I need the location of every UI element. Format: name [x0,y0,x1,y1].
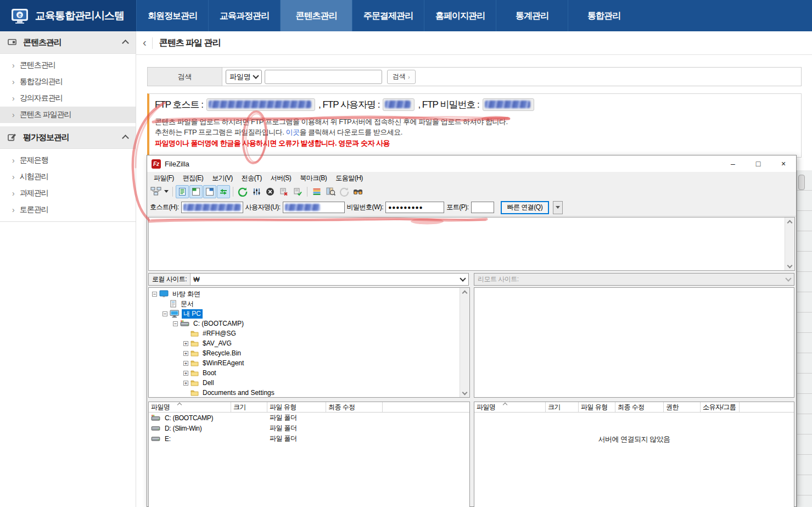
collapse-icon[interactable]: − [173,321,178,326]
disconnect-icon[interactable] [277,185,290,198]
chevron-down-icon[interactable] [460,275,466,281]
tree-item[interactable]: +$Recycle.Bin [150,348,469,358]
column-header[interactable]: 파일 유형 [579,402,615,412]
nav-item[interactable]: 교육과정관리 [208,0,280,31]
tree-item[interactable]: −내 PC [150,309,469,319]
column-header[interactable]: 파일명 [474,402,546,412]
ftp-pass-label: , FTP 비밀번호 : [418,98,479,111]
username-input[interactable] [283,202,345,213]
refresh-icon[interactable] [236,185,249,198]
sidebar-section-header[interactable]: 평가정보관리 [0,126,136,149]
scroll-down-icon[interactable] [461,389,469,397]
process-queue-icon[interactable] [250,185,263,198]
maximize-button[interactable]: □ [746,155,771,172]
back-chevron-icon[interactable]: ‹ [143,36,147,49]
sidebar-item[interactable]: ›콘텐츠 파일관리 [0,107,136,123]
collapse-icon[interactable]: − [163,311,167,316]
nav-item[interactable]: 홈페이지관리 [424,0,496,31]
search-button[interactable]: 검색› [387,70,416,84]
search-input[interactable] [265,70,382,84]
expand-icon[interactable]: + [183,371,188,376]
tree-item[interactable]: −#RFH@SG [150,328,469,338]
log-scrollbar[interactable] [785,218,794,270]
column-header[interactable]: 파일 유형 [267,402,326,412]
tree-item[interactable]: −C: (BOOTCAMP) [150,319,469,328]
nav-item[interactable]: 주문결제관리 [352,0,424,31]
site-manager-dropdown-icon[interactable] [163,185,170,198]
column-header[interactable]: 크기 [231,402,267,412]
sidebar-section-header[interactable]: 콘텐츠관리 [0,31,136,54]
quickconnect-button[interactable]: 빠른 연결(Q) [501,201,550,214]
menu-item[interactable]: 편집(E) [178,174,208,183]
sidebar-item[interactable]: ›통합강의관리 [0,74,136,90]
tree-item[interactable]: +Boot [150,368,469,378]
sidebar-item[interactable]: ›문제은행 [0,152,136,169]
menu-item[interactable]: 도움말(H) [331,174,367,183]
directory-compare-icon[interactable] [324,185,337,198]
menu-item[interactable]: 북마크(B) [295,174,331,183]
column-header[interactable]: 권한 [664,402,701,412]
collapse-icon[interactable]: − [152,292,157,297]
file-list-row[interactable]: D: (Slim-Win)파일 폴더 [149,423,469,433]
expand-icon[interactable]: + [183,351,188,356]
search-field-select[interactable]: 파일명 [226,70,262,84]
sync-browse-icon[interactable] [338,185,351,198]
tree-item[interactable]: −Documents and Settings [150,388,469,398]
filter-icon[interactable] [310,185,323,198]
column-header[interactable]: 파일명 [149,402,231,412]
sidebar-item[interactable]: ›강의자료관리 [0,90,136,107]
file-list-cell: 파일 폴더 [267,434,326,443]
main-menu: 회원정보관리교육과정관리콘텐츠관리주문결제관리홈페이지관리통계관리통합관리 [136,0,640,31]
column-header[interactable]: 최종 수정 [326,402,383,412]
quickconnect-dropdown-button[interactable] [553,201,563,214]
filezilla-titlebar[interactable]: Fz FileZilla – □ × [147,155,796,172]
menu-item[interactable]: 전송(T) [237,174,266,183]
host-input[interactable] [181,202,243,213]
chevron-right-icon: › [12,156,14,165]
documents-icon [170,300,177,308]
nav-item[interactable]: 통계관리 [496,0,568,31]
cancel-icon[interactable] [264,185,277,198]
scroll-down-icon[interactable] [786,262,794,270]
scroll-up-icon[interactable] [461,288,469,296]
column-header[interactable]: 소유자/그룹 [701,402,740,412]
tree-item[interactable]: +$AV_AVG [150,338,469,348]
menu-item[interactable]: 파일(F) [149,174,178,183]
file-list-row[interactable]: C: (BOOTCAMP)파일 폴더 [149,413,469,423]
port-input[interactable] [471,202,494,213]
sidebar-item[interactable]: ›시험관리 [0,169,136,185]
tree-item[interactable]: −문서 [150,299,469,309]
nav-item[interactable]: 콘텐츠관리 [280,0,352,31]
scroll-up-icon[interactable] [786,218,794,226]
toggle-log-icon[interactable] [176,185,189,198]
tree-item[interactable]: +Dell [150,378,469,388]
site-manager-icon[interactable] [149,185,163,198]
toggle-queue-icon[interactable] [217,185,230,198]
tree-item[interactable]: −바탕 화면 [150,289,469,299]
nav-item[interactable]: 통합관리 [568,0,640,31]
expand-icon[interactable]: + [183,381,188,386]
sidebar-item[interactable]: ›콘텐츠관리 [0,57,136,74]
find-files-icon[interactable] [351,185,365,198]
menu-item[interactable]: 보기(V) [208,174,237,183]
minimize-button[interactable]: – [720,155,746,172]
sidebar-item[interactable]: ›과제관리 [0,185,136,202]
reconnect-icon[interactable] [291,185,304,198]
tree-scrollbar[interactable] [460,288,469,397]
password-input[interactable]: ●●●●●●●●● [385,202,444,213]
expand-icon[interactable]: + [183,341,188,346]
file-list-row[interactable]: E:파일 폴더 [149,433,469,444]
column-header[interactable]: 최종 수정 [615,402,664,412]
column-header[interactable]: 크기 [546,402,579,412]
local-site-path[interactable]: ₩ [191,276,461,283]
close-button[interactable]: × [771,155,796,172]
nav-item[interactable]: 회원정보관리 [136,0,208,31]
download-link[interactable]: 이곳 [285,128,299,136]
tree-item[interactable]: +$WinREAgent [150,358,469,368]
sidebar-item[interactable]: ›토론관리 [0,202,136,218]
menu-item[interactable]: 서버(S) [266,174,296,183]
toggle-local-tree-icon[interactable] [189,185,203,198]
toggle-remote-tree-icon[interactable] [203,185,216,198]
ftp-username-value-censored [383,98,415,111]
expand-icon[interactable]: + [183,361,188,366]
